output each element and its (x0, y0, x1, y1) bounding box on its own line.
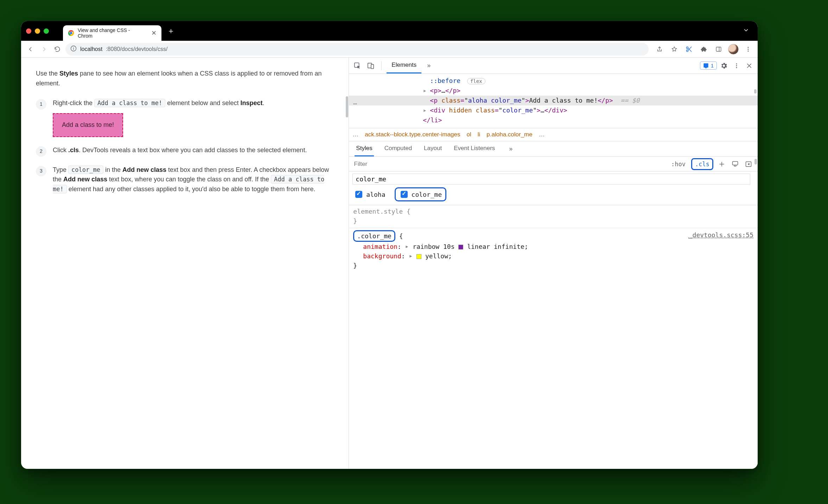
devtools-tabbar: Elements » 1 (349, 58, 758, 74)
rendering-panel-icon[interactable] (744, 159, 753, 169)
browser-tab-title: View and change CSS - Chrom (78, 27, 146, 39)
traffic-lights (26, 28, 49, 34)
crumb-item[interactable]: li (478, 131, 480, 138)
subtab-event-listeners[interactable]: Event Listeners (452, 141, 496, 156)
styles-filter-input[interactable] (353, 160, 665, 168)
site-info-icon[interactable] (70, 45, 77, 53)
browser-menu-icon[interactable] (743, 44, 753, 54)
window-menu-chevron-icon[interactable] (739, 27, 753, 35)
chrome-favicon-icon (68, 30, 74, 36)
dom-li-close[interactable]: </li> (349, 115, 758, 125)
svg-rect-15 (371, 64, 374, 69)
expand-triangle-icon[interactable]: ▶ (423, 108, 426, 114)
svg-point-16 (736, 63, 737, 64)
devtools-settings-gear-icon[interactable] (718, 60, 730, 71)
crumb-item[interactable]: ol (467, 131, 471, 138)
devtools-close-icon[interactable] (744, 60, 755, 71)
subtab-computed[interactable]: Computed (383, 141, 413, 156)
dom-div-hidden[interactable]: ▶ <div hidden class="color_me">…</div> (349, 105, 758, 115)
svg-point-11 (748, 49, 749, 50)
tab-strip: View and change CSS - Chrom ✕ ＋ (63, 21, 739, 41)
cls-toggle[interactable]: .cls (691, 158, 713, 170)
bookmark-star-icon[interactable] (669, 44, 680, 54)
dom-breadcrumbs[interactable]: … ack.stack--block.type.center-images ol… (349, 128, 758, 141)
omnibox[interactable]: localhost:8080/docs/devtools/css/ (65, 43, 649, 56)
subtab-styles[interactable]: Styles (355, 141, 374, 156)
checkbox-icon[interactable] (401, 191, 408, 198)
step-1: 1 Right-click the Add a class to me! ele… (36, 98, 332, 137)
color-swatch-icon[interactable] (416, 254, 421, 259)
minimize-window-icon[interactable] (35, 28, 40, 34)
subtab-layout[interactable]: Layout (422, 141, 443, 156)
devtools-tab-elements[interactable]: Elements (387, 58, 421, 73)
crumb-item[interactable]: ack.stack--block.type.center-images (365, 131, 460, 138)
svg-rect-8 (716, 47, 721, 51)
maximize-window-icon[interactable] (44, 28, 49, 34)
bezier-swatch-icon[interactable] (458, 245, 463, 250)
step-number: 1 (36, 99, 46, 110)
url-host: localhost (80, 46, 102, 52)
hov-toggle[interactable]: :hov (669, 159, 688, 169)
devtools-issues-badge[interactable]: 1 (700, 62, 717, 70)
checkbox-icon[interactable] (355, 191, 362, 198)
crumb-overflow-right[interactable]: … (539, 131, 545, 138)
code-snippet: Add a class to me! (94, 99, 165, 107)
scissors-icon[interactable] (684, 44, 694, 54)
class-toggle-aloha[interactable]: aloha (352, 189, 387, 200)
devtools-tabs-overflow-icon[interactable]: » (423, 62, 434, 69)
extensions-puzzle-icon[interactable] (699, 44, 709, 54)
dom-p-collapsed[interactable]: ▶ <p>…</p> (349, 86, 758, 96)
dom-pseudo-before[interactable]: ::before flex (349, 76, 758, 86)
svg-point-17 (736, 65, 737, 66)
svg-rect-19 (733, 161, 738, 165)
browser-tab[interactable]: View and change CSS - Chrom ✕ (63, 25, 161, 41)
sample-classable-element[interactable]: Add a class to me! (53, 113, 123, 137)
cls-panel: aloha color_me (349, 172, 758, 205)
elements-tree[interactable]: ::before flex ▶ <p>…</p> … <p class="alo… (349, 74, 758, 128)
css-declaration[interactable]: animation: ▸ rainbow 10s linear infinite… (353, 242, 753, 251)
profile-avatar[interactable] (728, 44, 739, 54)
stylesheet-source-link[interactable]: _devtools.scss:55 (689, 230, 753, 242)
dom-selected-p[interactable]: … <p class="aloha color_me">Add a class … (349, 96, 758, 105)
styles-scrollbar[interactable] (754, 159, 757, 164)
svg-point-2 (70, 32, 72, 34)
class-toggle-color-me[interactable]: color_me (395, 187, 447, 201)
styles-filter-row: :hov .cls (349, 157, 758, 172)
content-split: Use the Styles pane to see how an elemen… (21, 58, 758, 469)
subtabs-overflow-icon[interactable]: » (505, 145, 516, 153)
add-new-class-input[interactable] (352, 174, 750, 185)
dom-eq-zero: == $0 (620, 97, 639, 104)
new-tab-button[interactable]: ＋ (165, 25, 177, 37)
toolbar-right-icons (651, 44, 753, 54)
browser-window: View and change CSS - Chrom ✕ ＋ localhos… (21, 21, 758, 469)
titlebar: View and change CSS - Chrom ✕ ＋ (21, 21, 758, 41)
tab-close-icon[interactable]: ✕ (151, 29, 157, 37)
computed-styles-sidebar-icon[interactable] (730, 159, 740, 169)
crumb-item-selected[interactable]: p.aloha.color_me (486, 131, 532, 138)
pane-splitter[interactable] (345, 58, 349, 469)
expand-triangle-icon[interactable]: ▶ (423, 88, 426, 94)
forward-button[interactable] (39, 44, 49, 54)
intro-paragraph: Use the Styles pane to see how an elemen… (36, 69, 332, 89)
styles-rules[interactable]: element.style { } .color_me { _devtools.… (349, 205, 758, 272)
reload-button[interactable] (52, 44, 63, 54)
toolbar: localhost:8080/docs/devtools/css/ (21, 41, 758, 58)
step-number: 2 (36, 146, 46, 157)
new-style-rule-icon[interactable] (717, 159, 727, 169)
devtools-menu-icon[interactable] (731, 60, 742, 71)
svg-point-12 (748, 50, 749, 51)
step-3: 3 Type color_me in the Add new class tex… (36, 165, 332, 195)
sidepanel-icon[interactable] (713, 44, 724, 54)
css-declaration[interactable]: background: ▸ yellow; (353, 251, 753, 261)
back-button[interactable] (25, 44, 36, 54)
share-icon[interactable] (654, 44, 665, 54)
inspect-element-icon[interactable] (352, 60, 363, 71)
selector-color-me[interactable]: .color_me (353, 230, 395, 242)
crumb-overflow-left[interactable]: … (352, 131, 358, 138)
expand-triangle-icon[interactable]: ▸ (405, 241, 409, 251)
flex-badge[interactable]: flex (467, 78, 485, 84)
device-toggle-icon[interactable] (365, 60, 376, 71)
element-style-block[interactable]: element.style { (353, 207, 753, 216)
expand-triangle-icon[interactable]: ▸ (409, 251, 413, 260)
close-window-icon[interactable] (26, 28, 31, 34)
